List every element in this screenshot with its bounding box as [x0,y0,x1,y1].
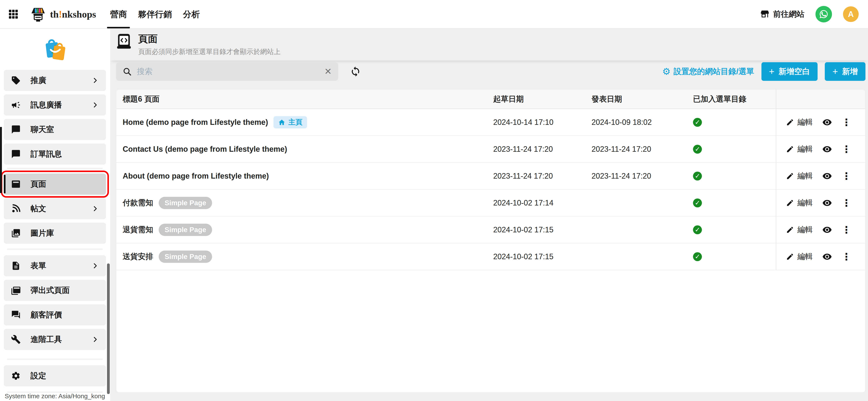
in-menu-cell: ✓ [693,199,776,207]
preview-eye-icon[interactable] [822,252,832,262]
edit-button[interactable]: 編輯 [786,144,813,154]
actions-cell: 編輯 ⋮ [776,109,865,135]
preview-eye-icon[interactable] [822,225,832,235]
left-scrollbar-thumb[interactable] [0,127,2,193]
sidebar-menu: 推廣 訊息廣播 聊天室 訂單訊息 頁面 帖文 圖片庫 [0,70,110,392]
preview-eye-icon[interactable] [822,171,832,181]
more-options-icon[interactable]: ⋮ [841,198,851,208]
sidebar-item-settings[interactable]: 設定 [4,365,106,387]
thinkshops-logo[interactable]: th!nkshops [28,4,96,24]
setup-site-menu-link[interactable]: ⚙ 設置您的網站目錄/選單 [662,66,754,77]
in-menu-check-icon: ✓ [693,199,702,207]
sidebar-item-label: 訂單訊息 [31,149,62,159]
sidebar-item-chatroom[interactable]: 聊天室 [4,119,106,140]
brand-name: th!nkshops [50,9,96,20]
sidebar-item-label: 彈出式頁面 [31,285,70,296]
preview-eye-icon[interactable] [822,198,832,208]
draft-date: 2024-10-14 17:10 [493,118,591,127]
more-options-icon[interactable]: ⋮ [841,171,851,181]
page-row-title: About (demo page from Lifestyle theme) [123,172,269,180]
search-input[interactable] [136,67,324,76]
user-avatar[interactable]: A [843,6,859,22]
form-document-icon [11,261,21,271]
page-header: 頁面 頁面必須同步新增至選單目錄才會顯示於網站上 [116,33,280,57]
sidebar-item-customer-reviews[interactable]: 顧客評價 [4,304,106,326]
more-options-icon[interactable]: ⋮ [841,144,851,154]
actions-cell: 編輯 ⋮ [776,216,865,243]
actions-cell: 編輯 ⋮ [776,243,865,270]
tab-analytics[interactable]: 分析 [177,0,205,28]
page-row-title: Home (demo page from Lifestyle theme) [123,118,268,127]
edit-label: 編輯 [798,171,813,181]
page-subtitle: 頁面必須同步新增至選單目錄才會顯示於網站上 [138,47,280,57]
sidebar-item-pages[interactable]: 頁面 [4,173,106,195]
storefront-icon [760,9,770,19]
edit-button[interactable]: 編輯 [786,198,813,208]
edit-button[interactable]: 編輯 [786,252,813,262]
header-actions [776,90,865,108]
table-row: Contact Us (demo page from Lifestyle the… [116,136,865,163]
whatsapp-icon[interactable] [815,6,832,23]
search-icon [122,67,132,76]
sidebar-divider [7,249,102,249]
sidebar-item-promotions[interactable]: 推廣 [4,70,106,91]
blog-icon [11,204,21,213]
sidebar-item-label: 訊息廣播 [31,100,62,110]
sidebar-item-popup-pages[interactable]: 彈出式頁面 [4,280,106,301]
tools-icon [11,335,21,344]
more-options-icon[interactable]: ⋮ [841,118,851,127]
edit-label: 編輯 [798,225,813,235]
sidebar-item-posts[interactable]: 帖文 [4,198,106,219]
add-blank-label: 新增空白 [779,66,810,77]
gear-icon: ⚙ [662,67,671,76]
app-grid-icon[interactable] [7,8,20,21]
sidebar-item-advanced-tools[interactable]: 進階工具 [4,329,106,350]
sidebar-item-forms[interactable]: 表單 [4,255,106,276]
draft-date: 2024-10-02 17:15 [493,225,591,234]
megaphone-icon [11,100,21,110]
more-options-icon[interactable]: ⋮ [841,225,851,235]
add-blank-button[interactable]: + 新增空白 [762,62,818,81]
tab-business[interactable]: 營商 [104,0,132,28]
in-menu-cell: ✓ [693,172,776,180]
avatar-letter: A [848,10,854,19]
more-options-icon[interactable]: ⋮ [841,252,851,262]
edit-label: 編輯 [798,117,813,127]
sidebar-item-image-library[interactable]: 圖片庫 [4,223,106,244]
shop-logo [0,29,110,70]
refresh-icon[interactable] [350,66,361,77]
preview-eye-icon[interactable] [822,118,832,127]
sidebar-scrollbar-thumb[interactable] [107,263,110,394]
draft-date: 2024-10-02 17:14 [493,199,591,207]
search-box: ✕ [116,62,338,81]
setup-site-menu-label: 設置您的網站目錄/選單 [674,66,754,77]
pages-code-icon [116,33,132,49]
sidebar-item-order-messages[interactable]: 訂單訊息 [4,143,106,165]
add-button[interactable]: + 新增 [825,62,865,81]
sidebar-divider [7,168,102,168]
clear-search-icon[interactable]: ✕ [324,67,332,76]
edit-button[interactable]: 編輯 [786,225,813,235]
simple-page-badge: Simple Page [159,197,212,209]
sidebar-item-label: 進階工具 [31,334,62,345]
sidebar-item-label: 表單 [31,261,46,271]
sidebar-item-broadcast[interactable]: 訊息廣播 [4,94,106,115]
edit-button[interactable]: 編輯 [786,171,813,181]
page-title: 頁面 [138,33,280,44]
actions-cell: 編輯 ⋮ [776,190,865,216]
edit-button[interactable]: 編輯 [786,117,813,127]
chevron-right-icon [92,336,99,343]
table-row: 付款需知 Simple Page 2024-10-02 17:14 ✓ 編輯 ⋮ [116,190,865,216]
in-menu-cell: ✓ [693,252,776,261]
sidebar-item-label: 圖片庫 [31,228,54,238]
sidebar-item-label: 聊天室 [31,124,54,135]
tab-affiliate-marketing[interactable]: 夥伴行銷 [132,0,177,28]
actions-cell: 編輯 ⋮ [776,136,865,162]
toolbar: ✕ ⚙ 設置您的網站目錄/選單 + 新增空白 + 新增 [116,62,865,81]
table-row: 送貨安排 Simple Page 2024-10-02 17:15 ✓ 編輯 ⋮ [116,243,865,270]
go-to-website-link[interactable]: 前往網站 [760,9,804,20]
sidebar-item-label: 帖文 [31,203,46,214]
draft-date: 2023-11-24 17:20 [493,172,591,180]
image-library-icon [11,228,21,238]
preview-eye-icon[interactable] [822,144,832,154]
